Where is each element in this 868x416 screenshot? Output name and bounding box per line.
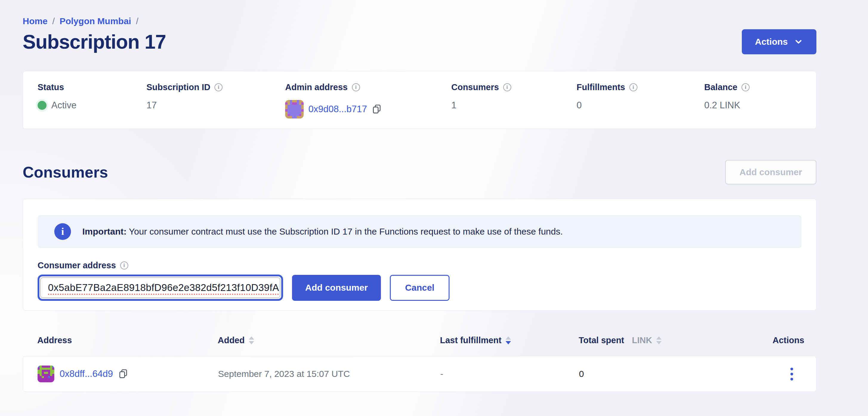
added-header-label: Added [218,335,245,345]
consumer-address-label-row: Consumer address [38,261,802,270]
last-fulfillment-header-label: Last fulfillment [440,335,501,345]
info-icon[interactable] [214,83,222,91]
summary-admin-address: Admin address 0x9d08...b717 [285,82,451,129]
breadcrumb-link-home[interactable]: Home [23,16,48,26]
summary-fulfillments: Fulfillments 0 [577,82,704,129]
add-consumer-button-top[interactable]: Add consumer [725,160,816,184]
subscription-id-label: Subscription ID [147,82,210,92]
column-header-address: Address [37,335,218,345]
balance-label: Balance [704,82,737,92]
admin-identicon-avatar [285,100,304,118]
consumer-address-form-row: 0x5abE77Ba2aE8918bfD96e2e382d5f213f10D39… [38,274,802,301]
consumers-heading: Consumers [23,163,108,181]
page-title: Subscription 17 [23,30,166,53]
cancel-button[interactable]: Cancel [390,275,450,301]
consumer-actions-cell [787,365,802,384]
status-label: Status [38,82,64,92]
summary-subscription-id: Subscription ID 17 [147,82,285,129]
banner-message: Your consumer contract must use the Subs… [126,227,563,236]
status-value: Active [51,100,76,111]
consumer-address-link[interactable]: 0x8dff...64d9 [60,368,113,379]
info-icon[interactable] [503,83,511,91]
info-filled-icon [54,223,71,240]
important-info-banner: Important: Your consumer contract must u… [38,215,802,248]
fulfillments-label: Fulfillments [577,82,625,92]
admin-address-link[interactable]: 0x9d08...b717 [308,104,367,115]
column-header-last-fulfillment: Last fulfillment [440,335,579,345]
actions-header-label: Actions [773,335,804,345]
page-header: Subscription 17 Actions [23,29,816,54]
kebab-menu-icon[interactable] [787,365,796,384]
consumers-label: Consumers [451,82,499,92]
column-header-added: Added [218,335,440,345]
sort-icon-descending[interactable] [505,336,511,345]
info-icon[interactable] [120,261,128,269]
sort-icon[interactable] [249,336,254,345]
balance-value: 0.2 LINK [704,100,740,111]
consumer-address-input[interactable]: 0x5abE77Ba2aE8918bfD96e2e382d5f213f10D39… [40,277,280,298]
consumers-section-header: Consumers Add consumer [23,160,816,184]
text-cursor [280,281,280,294]
summary-consumers: Consumers 1 [451,82,577,129]
summary-status: Status Active [38,82,147,129]
info-icon[interactable] [742,83,750,91]
admin-address-label: Admin address [285,82,348,92]
consumer-total-spent-cell: 0 [579,369,773,379]
total-spent-unit-label: LINK [632,335,652,345]
breadcrumb-link-network[interactable]: Polygon Mumbai [60,16,131,26]
info-icon[interactable] [352,83,360,91]
subscription-id-value: 17 [147,100,157,111]
summary-balance: Balance 0.2 LINK [704,82,816,129]
consumer-address-label: Consumer address [38,261,116,270]
add-consumer-submit-button[interactable]: Add consumer [292,275,381,301]
column-header-actions: Actions [773,335,804,345]
copy-icon[interactable] [372,104,381,115]
consumer-identicon-avatar [38,365,54,382]
consumer-added-cell: September 7, 2023 at 15:07 UTC [218,369,440,379]
column-header-total-spent: Total spent LINK [579,335,773,345]
fulfillments-value: 0 [577,100,582,111]
consumer-address-input-value: 0x5abE77Ba2aE8918bfD96e2e382d5f213f10D39… [48,282,279,293]
status-active-dot-icon [38,101,46,110]
copy-icon[interactable] [118,368,128,379]
consumer-last-fulfillment-cell: - [440,369,579,379]
banner-text: Important: Your consumer contract must u… [82,227,563,237]
consumer-address-input-focus-ring: 0x5abE77Ba2aE8918bfD96e2e382d5f213f10D39… [38,274,283,301]
add-consumer-form-card: Important: Your consumer contract must u… [23,199,816,311]
consumers-value: 1 [451,100,456,111]
address-header-label: Address [37,335,72,345]
subscription-summary-card: Status Active Subscription ID 17 Admin a… [23,71,816,129]
total-spent-header-label: Total spent [579,335,624,345]
consumer-address-cell: 0x8dff...64d9 [38,365,218,382]
actions-button[interactable]: Actions [742,29,816,54]
chevron-down-icon [794,37,803,47]
actions-button-label: Actions [755,37,788,47]
breadcrumb: Home / Polygon Mumbai / [23,16,816,26]
banner-important-label: Important: [82,227,126,236]
sort-icon[interactable] [656,336,661,345]
info-icon[interactable] [629,83,638,91]
breadcrumb-separator: / [52,16,55,26]
page-content: Home / Polygon Mumbai / Subscription 17 … [23,0,816,392]
breadcrumb-separator: / [136,16,138,26]
consumer-table-row: 0x8dff...64d9 September 7, 2023 at 15:07… [23,356,816,392]
consumers-table-header: Address Added Last fulfillment Total spe… [23,333,816,348]
